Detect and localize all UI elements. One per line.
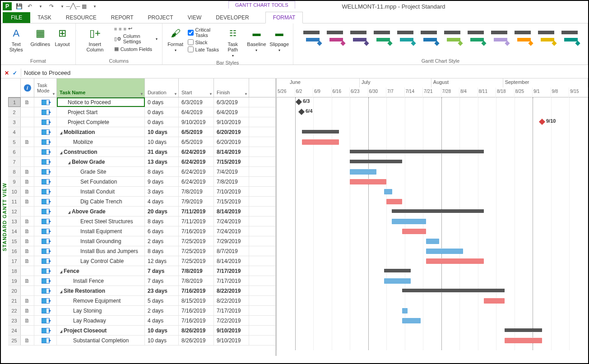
start-cell[interactable]: 7/11/2019 [179,207,214,216]
start-cell[interactable]: 7/8/2019 [179,276,214,286]
duration-cell[interactable]: 10 days [145,127,179,137]
col-info[interactable]: i [21,78,34,97]
slippage-button[interactable]: ▬Slippage▾ [269,25,289,54]
finish-cell[interactable]: 6/4/2019 [214,107,249,117]
row-number[interactable]: 10 [8,187,21,196]
start-cell[interactable]: 6/24/2019 [179,167,214,176]
finish-cell[interactable]: 7/24/2019 [214,217,249,226]
task-bar[interactable] [402,318,421,323]
table-row[interactable]: 15 🗎 Install Grounding 2 days 7/25/2019 … [8,236,275,246]
taskname-cell[interactable]: Notice to Proceed [57,97,145,107]
table-row[interactable]: 17 🗎 Lay Control Cable 12 days 7/25/2019… [8,256,275,266]
finish-cell[interactable]: 7/24/2019 [214,226,249,236]
task-bar[interactable] [402,229,426,234]
task-bar[interactable] [350,179,386,184]
late-tasks-checkbox[interactable]: Late Tasks [188,46,219,52]
taskname-cell[interactable]: Below Grade [57,157,145,166]
duration-cell[interactable]: 8 days [145,246,179,256]
taskmode-cell[interactable] [34,336,57,345]
start-cell[interactable]: 7/25/2019 [179,236,214,246]
row-number[interactable]: 15 [8,236,21,246]
duration-cell[interactable]: 10 days [145,137,179,147]
col-duration[interactable]: Duration▼ [145,78,179,97]
row-number[interactable]: 1 [8,97,21,107]
finish-cell[interactable]: 8/14/2019 [214,207,249,216]
start-cell[interactable]: 6/5/2019 [179,137,214,147]
critical-tasks-checkbox[interactable]: Critical Tasks [188,27,219,38]
start-cell[interactable]: 6/4/2019 [179,107,214,117]
summary-bar[interactable] [384,269,411,272]
task-bar[interactable] [386,199,402,204]
table-row[interactable]: 9 🗎 Set Foundation 9 days 6/24/2019 7/8/… [8,177,275,187]
finish-cell[interactable]: 7/10/2019 [214,187,249,196]
tab-task[interactable]: TASK [30,12,58,23]
row-number[interactable]: 20 [8,286,21,295]
start-cell[interactable]: 7/9/2019 [179,197,214,206]
taskname-cell[interactable]: Project Complete [57,117,145,127]
tab-file[interactable]: FILE [3,12,30,23]
duration-cell[interactable]: 2 days [145,236,179,246]
duration-cell[interactable]: 4 days [145,197,179,206]
start-cell[interactable]: 7/16/2019 [179,226,214,236]
row-number[interactable]: 8 [8,167,21,176]
task-path-button[interactable]: ☷Task Path▾ [222,25,244,59]
table-row[interactable]: 22 🗎 Lay Stoning 2 days 7/16/2019 7/17/2… [8,306,275,316]
taskname-cell[interactable]: Dig Cable Trench [57,197,145,206]
taskname-cell[interactable]: Install Conduit [57,187,145,196]
milestone-marker[interactable] [539,119,545,125]
taskmode-cell[interactable] [34,107,57,117]
gantt-style-swatch[interactable] [466,28,486,46]
row-number[interactable]: 5 [8,137,21,147]
finish-cell[interactable]: 9/10/2019 [214,336,249,345]
task-bar[interactable] [402,308,408,313]
duration-cell[interactable]: 2 days [145,306,179,315]
duration-cell[interactable]: 3 days [145,187,179,196]
align-left-icon[interactable]: ≡ [114,26,117,32]
gantt-style-swatch[interactable] [442,28,462,46]
duration-cell[interactable]: 8 days [145,167,179,176]
summary-bar[interactable] [402,289,505,292]
row-number[interactable]: 3 [8,117,21,127]
table-row[interactable]: 6 Construction 31 days 6/24/2019 8/14/20… [8,147,275,157]
task-bar[interactable] [392,219,426,224]
align-buttons[interactable]: ≡ ≡ ≡ ↩ [113,25,158,32]
task-bar[interactable] [426,239,439,244]
custom-fields-button[interactable]: ▦ Custom Fields [113,46,158,52]
table-row[interactable]: 12 Above Grade 20 days 7/11/2019 8/14/20… [8,207,275,217]
taskname-cell[interactable]: Project Closeout [57,326,145,335]
task-bar[interactable] [484,298,505,304]
row-number[interactable]: 2 [8,107,21,117]
summary-bar[interactable] [302,130,339,134]
start-cell[interactable]: 6/5/2019 [179,127,214,137]
taskmode-cell[interactable] [34,157,57,166]
row-number[interactable]: 14 [8,226,21,236]
duration-cell[interactable]: 23 days [145,286,179,295]
task-bar[interactable] [384,278,411,284]
table-row[interactable]: 8 🗎 Grade Site 8 days 6/24/2019 7/4/2019 [8,167,275,177]
taskmode-cell[interactable] [34,167,57,176]
col-rownum[interactable] [8,78,21,97]
finish-cell[interactable]: 6/3/2019 [214,97,249,107]
task-bar[interactable] [505,338,542,343]
task-bar[interactable] [302,139,339,145]
table-row[interactable]: 2 Project Start 0 days 6/4/2019 6/4/2019 [8,107,275,117]
finish-cell[interactable]: 7/15/2019 [214,197,249,206]
redo-icon[interactable]: ↷ [48,3,55,10]
duration-cell[interactable]: 0 days [145,107,179,117]
taskname-cell[interactable]: Above Grade [57,207,145,216]
slack-checkbox[interactable]: Slack [188,39,219,45]
duration-cell[interactable]: 8 days [145,217,179,226]
save-icon[interactable]: 💾 [15,3,23,10]
activity-icon[interactable]: ─╱╲─ [70,3,77,10]
finish-cell[interactable]: 9/10/2019 [214,117,249,127]
start-cell[interactable]: 7/25/2019 [179,246,214,256]
taskmode-cell[interactable] [34,246,57,256]
finish-cell[interactable]: 7/29/2019 [214,236,249,246]
row-number[interactable]: 22 [8,306,21,315]
taskname-cell[interactable]: Lay Control Cable [57,256,145,266]
gantt-style-swatch[interactable] [419,28,439,46]
taskmode-cell[interactable] [34,236,57,246]
undo-dropdown-icon[interactable]: ▼ [37,3,44,10]
finish-cell[interactable]: 7/22/2019 [214,316,249,325]
taskname-cell[interactable]: Construction [57,147,145,157]
